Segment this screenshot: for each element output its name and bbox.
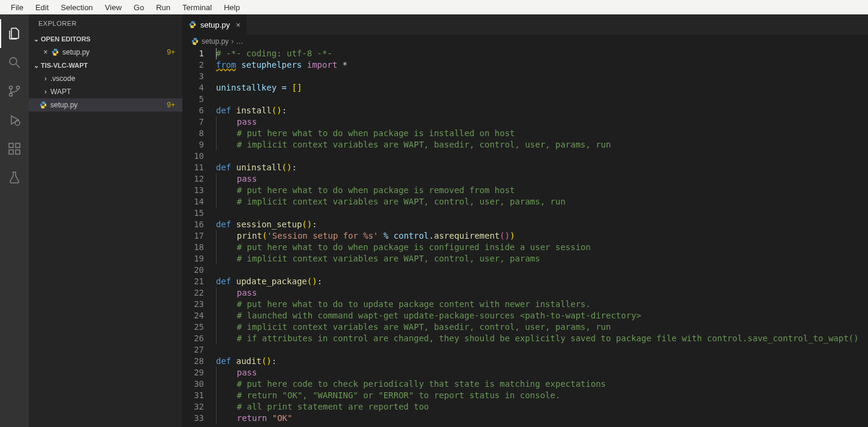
project-header[interactable]: ⌄ TIS-VLC-WAPT [29,59,182,72]
python-icon [50,48,60,56]
code-line[interactable]: pass [216,367,868,378]
open-editors-header[interactable]: ⌄ OPEN EDITORS [29,32,182,46]
svg-point-6 [15,121,20,125]
code-line[interactable]: # -*- coding: utf-8 -*- [216,48,868,59]
folder-item[interactable]: ›WAPT [29,85,182,98]
code-content[interactable]: # -*- coding: utf-8 -*-from setuphelpers… [216,48,868,427]
code-line[interactable] [216,94,868,105]
file-item[interactable]: setup.py9+ [29,98,182,112]
sidebar-explorer: EXPLORER ⌄ OPEN EDITORS ×setup.py9+ ⌄ TI… [29,14,182,427]
editor-tab[interactable]: setup.py× [182,14,247,35]
line-number: 23 [182,299,204,310]
code-line[interactable] [216,208,868,219]
menu-edit[interactable]: Edit [29,2,55,13]
chevron-down-icon: ⌄ [31,62,41,70]
branch-icon [7,84,22,98]
svg-point-16 [193,27,194,28]
tab-label: setup.py [200,20,230,29]
code-line[interactable]: # put here what to do to update package … [216,299,868,310]
open-editor-item[interactable]: ×setup.py9+ [29,46,182,59]
line-number: 2 [182,59,204,71]
line-number: 31 [182,390,204,401]
activity-search[interactable] [0,48,29,77]
close-icon[interactable]: × [236,20,241,29]
files-icon [7,26,22,41]
open-editors-label: OPEN EDITORS [41,35,91,43]
code-line[interactable]: return "OK" [216,413,868,424]
activity-extensions[interactable] [0,134,29,163]
code-line[interactable]: uninstallkey = [] [216,82,868,94]
play-gear-icon [7,113,22,127]
close-icon[interactable]: × [41,48,50,56]
line-number: 10 [182,151,204,162]
code-line[interactable]: pass [216,287,868,299]
code-line[interactable]: # return "OK", "WARNING" or "ERROR" to r… [216,390,868,401]
code-line[interactable]: # implicit context variables are WAPT, b… [216,139,868,151]
line-number: 27 [182,344,204,356]
menu-terminal[interactable]: Terminal [176,2,218,13]
menu-run[interactable]: Run [150,2,176,13]
activity-test[interactable] [0,163,29,192]
svg-point-11 [54,49,55,50]
code-line[interactable] [216,71,868,82]
folder-item[interactable]: ›.vscode [29,72,182,85]
code-line[interactable]: # if attributes in control are changed, … [216,333,868,344]
chevron-right-icon: › [231,37,233,46]
line-number: 6 [182,105,204,116]
code-line[interactable] [216,264,868,276]
code-line[interactable]: from setuphelpers import * [216,59,868,71]
svg-point-2 [10,86,13,89]
menu-help[interactable]: Help [218,2,246,13]
menu-go[interactable]: Go [128,2,150,13]
code-line[interactable]: # all print statement are reported too [216,401,868,413]
line-number: 17 [182,230,204,242]
menu-file[interactable]: File [5,2,29,13]
file-label: setup.py [62,48,89,56]
activity-debug[interactable] [0,106,29,134]
line-number: 16 [182,219,204,230]
breadcrumb[interactable]: setup.py › … [182,35,868,48]
code-line[interactable]: # put here what to do when package is co… [216,242,868,253]
code-line[interactable]: # launched with command wapt-get update-… [216,310,868,321]
svg-point-4 [17,86,20,89]
code-line[interactable] [216,151,868,162]
code-line[interactable]: def install(): [216,105,868,116]
code-line[interactable]: def uninstall(): [216,162,868,173]
python-icon [191,37,199,46]
code-line[interactable]: pass [216,116,868,128]
file-label: setup.py [50,101,77,109]
svg-point-0 [10,58,17,65]
svg-rect-10 [16,143,20,148]
code-editor[interactable]: 1234567891011121314151617181920212223242… [182,48,868,427]
python-icon [38,101,48,109]
code-line[interactable]: pass [216,173,868,185]
code-line[interactable]: # implicit context variables are WAPT, b… [216,321,868,333]
line-number: 25 [182,321,204,333]
line-number: 22 [182,287,204,299]
menu-selection[interactable]: Selection [55,2,98,13]
code-line[interactable]: def audit(): [216,356,868,367]
code-line[interactable]: def update_package(): [216,276,868,287]
menubar: FileEditSelectionViewGoRunTerminalHelp [0,0,868,14]
svg-line-1 [16,64,20,68]
line-number: 29 [182,367,204,378]
code-line[interactable] [216,344,868,356]
line-gutter: 1234567891011121314151617181920212223242… [182,48,216,427]
code-line[interactable]: # put here what to do when package is re… [216,185,868,196]
line-number: 32 [182,401,204,413]
line-number: 12 [182,173,204,185]
code-line[interactable]: # put here what to do when package is in… [216,128,868,139]
activity-scm[interactable] [0,77,29,106]
chevron-down-icon: ⌄ [31,35,41,43]
activity-explorer[interactable] [0,19,29,48]
cursor [216,48,217,59]
code-line[interactable]: # implicit context variables are WAPT, c… [216,196,868,208]
code-line[interactable]: # put here code to check periodically th… [216,378,868,390]
code-line[interactable]: # implicit context variables are WAPT, c… [216,253,868,264]
svg-point-15 [191,22,192,22]
line-number: 3 [182,71,204,82]
code-line[interactable]: def session_setup(): [216,219,868,230]
code-line[interactable]: print('Session setup for %s' % control.a… [216,230,868,242]
main-workspace: EXPLORER ⌄ OPEN EDITORS ×setup.py9+ ⌄ TI… [0,14,868,427]
menu-view[interactable]: View [99,2,128,13]
